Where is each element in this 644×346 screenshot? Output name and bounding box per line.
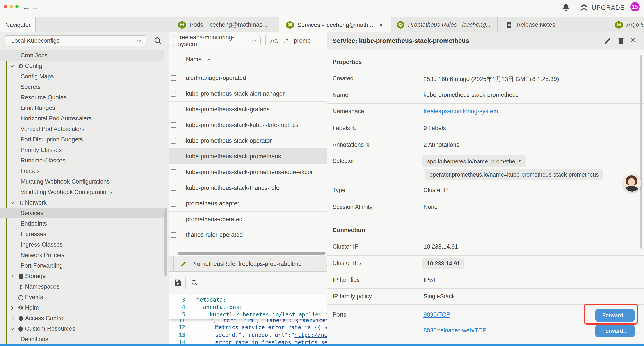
tab-services[interactable]: ☸ Services - icecheng@math... × <box>279 17 391 33</box>
port-link[interactable]: 8080:reloader-web/TCP <box>424 327 486 334</box>
chevron-down-icon[interactable] <box>10 63 17 69</box>
forward-arrow-icon[interactable]: → <box>31 3 39 12</box>
namespace-select[interactable]: freeleaps-monitoring-system <box>173 35 260 46</box>
table-row[interactable]: kube-prometheus-stack-grafana <box>169 101 326 117</box>
table-row[interactable]: kube-prometheus-stack-operator <box>169 133 326 149</box>
name-column-header[interactable]: Name <box>186 56 211 63</box>
table-row[interactable]: kube-prometheus-stack-alertmanager <box>169 86 326 102</box>
regex-toggle[interactable]: .* <box>284 37 288 44</box>
save-icon[interactable] <box>174 279 182 287</box>
tree-item-leases[interactable]: Leases <box>0 166 169 176</box>
case-sensitive-toggle[interactable]: Aa <box>270 37 278 44</box>
tree-group-helm[interactable]: ☸ Helm <box>0 303 169 313</box>
forward-button[interactable]: Forward... <box>595 325 634 337</box>
tree-item-port-forwarding[interactable]: Port Forwarding <box>0 260 169 271</box>
notification-badge[interactable]: 15 <box>630 2 640 11</box>
tree-group-namespaces[interactable]: Namespaces <box>0 281 169 292</box>
tab-release-notes[interactable]: Release Notes <box>498 17 608 32</box>
tree-item-mutating-webhook-configurations[interactable]: Mutating Webhook Configurations <box>0 176 169 187</box>
row-checkbox[interactable] <box>170 107 176 112</box>
tree-group-config[interactable]: ⚙ Config <box>0 61 169 71</box>
tab-prometheus-rules[interactable]: ☸ Prometheus Rules - icecheng... <box>391 17 498 32</box>
row-checkbox[interactable] <box>170 138 176 144</box>
delete-trash-icon[interactable] <box>617 37 625 45</box>
horizontal-scrollbar-thumb[interactable] <box>178 252 326 255</box>
namespace-link[interactable]: freeleaps-monitoring-system <box>424 108 498 115</box>
editor-search-icon[interactable] <box>191 279 198 287</box>
table-row[interactable]: kube-prometheus-stack-thanos-ruler <box>169 180 326 196</box>
tree-item-limit-ranges[interactable]: Limit Ranges <box>0 103 169 113</box>
selector-chip[interactable]: operator.prometheus.io/name=kube-prometh… <box>425 169 603 180</box>
tree-item-network-policies[interactable]: Network Policies <box>0 250 169 260</box>
table-row[interactable]: kube-prometheus-stack-kube-state-metrics <box>169 117 326 133</box>
tree-group-custom-resources[interactable]: Custom Resources <box>0 324 169 334</box>
expand-collapse-icon[interactable]: ⇅ <box>366 142 370 148</box>
port-link[interactable]: 9090/TCP <box>424 311 450 318</box>
tree-item-definitions[interactable]: Definitions <box>0 334 169 344</box>
row-checkbox[interactable] <box>170 217 176 222</box>
cluster-ips-chip[interactable]: 10.233.14.91 <box>422 258 464 269</box>
tree-item-services[interactable]: Services <box>0 208 169 218</box>
select-all-checkbox[interactable] <box>170 57 176 62</box>
detail-scrollbar-thumb[interactable] <box>640 55 642 249</box>
table-row[interactable]: thanos-ruler-operated <box>169 227 326 243</box>
tree-item-cron-jobs[interactable]: Cron Jobs <box>0 50 169 61</box>
search-input[interactable]: Aa .* prome <box>265 35 326 46</box>
search-icon[interactable] <box>154 36 162 45</box>
row-checkbox[interactable] <box>170 169 176 175</box>
bell-icon[interactable] <box>562 3 570 12</box>
tree-group-events[interactable]: Events <box>0 292 169 303</box>
tree-item-validating-webhook-configurations[interactable]: Validating Webhook Configurations <box>0 187 169 197</box>
tree-item-runtime-classes[interactable]: Runtime Classes <box>0 155 169 166</box>
tab-argo[interactable]: ☸ Argo Se <box>608 17 644 32</box>
row-checkbox[interactable] <box>170 91 176 97</box>
chevron-right-icon[interactable] <box>10 315 17 322</box>
tree-item-pod-disruption-budgets[interactable]: Pod Disruption Budgets <box>0 134 169 145</box>
tree-item-config-maps[interactable]: Config Maps <box>0 71 169 82</box>
edit-pencil-icon[interactable] <box>604 37 611 45</box>
tree-group-network[interactable]: ↑↓ Network <box>0 197 169 208</box>
yaml-editor[interactable]: 11 ", "for": "1m", "labels": {"service":… <box>169 295 326 344</box>
code-link[interactable]: https://net <box>294 332 326 338</box>
row-checkbox[interactable] <box>170 154 176 159</box>
tree-item-secrets[interactable]: Secrets <box>0 82 169 92</box>
tree-item-ingresses[interactable]: Ingresses <box>0 229 169 239</box>
row-checkbox[interactable] <box>170 232 176 238</box>
selector-chip[interactable]: app.kubernetes.io/name=prometheus <box>422 155 526 167</box>
row-checkbox[interactable] <box>170 122 176 128</box>
upgrade-button[interactable]: UPGRADE <box>579 3 624 12</box>
maximize-window-button[interactable] <box>15 5 19 8</box>
property-key-labels[interactable]: Labels⇅ <box>332 125 356 132</box>
editor-tab-partial[interactable] <box>325 256 326 271</box>
tree-item-endpoints[interactable]: Endpoints <box>0 218 169 229</box>
table-row[interactable]: kube-prometheus-stack-prometheus-node-ex… <box>169 164 326 180</box>
close-tab-icon[interactable]: × <box>379 21 383 29</box>
tree-item-horizontal-pod-autoscalers[interactable]: Horizontal Pod Autoscalers <box>0 113 169 124</box>
tab-pods[interactable]: ☸ Pods - icecheng@mathmas... <box>173 17 279 32</box>
tree-group-storage[interactable]: Storage <box>0 271 169 281</box>
tree-group-access-control[interactable]: Access Control <box>0 313 169 324</box>
tree-item-priority-classes[interactable]: Priority Classes <box>0 145 169 155</box>
kubeconfig-select[interactable]: Local Kubeconfigs <box>5 35 146 46</box>
table-row[interactable]: alertmanager-operated <box>169 70 326 86</box>
user-avatar[interactable] <box>623 174 641 192</box>
close-panel-icon[interactable]: × <box>630 35 636 45</box>
table-row[interactable]: prometheus-adapter <box>169 196 326 212</box>
chevron-right-icon[interactable] <box>10 304 17 311</box>
chevron-down-icon[interactable] <box>10 199 17 206</box>
chevron-down-icon[interactable] <box>10 326 17 332</box>
tree-item-ingress-classes[interactable]: Ingress Classes <box>0 239 169 250</box>
back-arrow-icon[interactable]: ← <box>22 3 30 12</box>
tab-navigator[interactable]: Navigator <box>0 17 36 33</box>
expand-collapse-icon[interactable]: ⇅ <box>352 125 356 131</box>
tree-item-resource-quotas[interactable]: Resource Quotas <box>0 92 169 103</box>
tree-item-vertical-pod-autoscalers[interactable]: Vertical Pod Autoscalers <box>0 124 169 134</box>
minimize-window-button[interactable] <box>10 5 13 8</box>
chevron-right-icon[interactable] <box>10 273 17 280</box>
property-key-annotations[interactable]: Annotations⇅ <box>332 141 370 148</box>
sidebar-scrollbar-thumb[interactable] <box>164 208 167 276</box>
row-checkbox[interactable] <box>170 201 176 207</box>
table-row-selected[interactable]: kube-prometheus-stack-prometheus <box>169 148 326 164</box>
editor-tab[interactable]: PrometheusRule: freeleaps-prod-rabbitmq <box>174 256 319 271</box>
close-window-button[interactable] <box>4 5 7 8</box>
